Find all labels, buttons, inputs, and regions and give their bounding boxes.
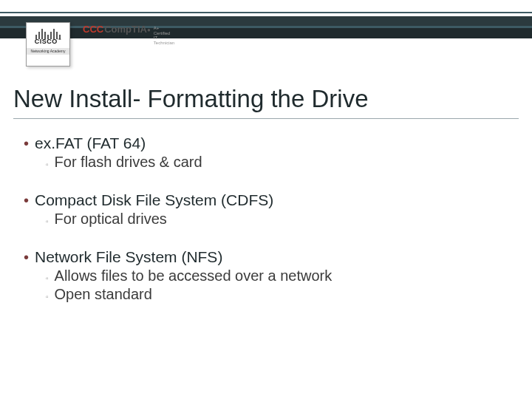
sub-label: For flash drives & card bbox=[55, 154, 202, 171]
comptia-cert: A+ Certified IT Technician bbox=[151, 24, 174, 45]
slide-title: New Install- Formatting the Drive bbox=[13, 85, 368, 113]
sub-label: For optical drives bbox=[55, 211, 167, 228]
bullet-marker: • bbox=[24, 192, 29, 209]
cisco-sublabel: Networking Academy bbox=[27, 48, 69, 55]
sub-marker: ▫ bbox=[46, 160, 49, 168]
sub-marker: ▫ bbox=[46, 274, 49, 282]
cisco-label: CISCO™ bbox=[27, 38, 69, 45]
sub-item: ▫ Open standard bbox=[24, 286, 510, 303]
cisco-badge: CISCO™ Networking Academy bbox=[26, 22, 70, 66]
sub-label: Open standard bbox=[55, 286, 152, 303]
bullet-label: Network File System (NFS) bbox=[35, 248, 222, 266]
bullet-marker: • bbox=[24, 249, 29, 266]
cisco-logo-icon bbox=[27, 23, 69, 39]
comptia-label: CCCCompTIA● bbox=[83, 24, 151, 35]
sub-marker: ▫ bbox=[46, 293, 49, 301]
header-thick-bar bbox=[0, 16, 532, 38]
bullet-item: • Compact Disk File System (CDFS) bbox=[24, 191, 510, 209]
slide-content: • ex.FAT (FAT 64) ▫ For flash drives & c… bbox=[24, 134, 510, 304]
bullet-item: • ex.FAT (FAT 64) bbox=[24, 134, 510, 152]
bullet-marker: • bbox=[24, 135, 29, 152]
sub-label: Allows files to be accessed over a netwo… bbox=[55, 267, 332, 284]
header-thin-line bbox=[0, 12, 532, 13]
comptia-badge: CCCCompTIA● A+ Certified IT Technician bbox=[83, 24, 171, 56]
bullet-label: ex.FAT (FAT 64) bbox=[35, 134, 146, 152]
sub-item: ▫ For optical drives bbox=[24, 211, 510, 228]
sub-marker: ▫ bbox=[46, 217, 49, 225]
sub-item: ▫ For flash drives & card bbox=[24, 154, 510, 171]
header-bar bbox=[0, 0, 532, 37]
sub-item: ▫ Allows files to be accessed over a net… bbox=[24, 267, 510, 284]
bullet-label: Compact Disk File System (CDFS) bbox=[35, 191, 273, 209]
bullet-item: • Network File System (NFS) bbox=[24, 248, 510, 266]
title-underline bbox=[13, 118, 519, 119]
